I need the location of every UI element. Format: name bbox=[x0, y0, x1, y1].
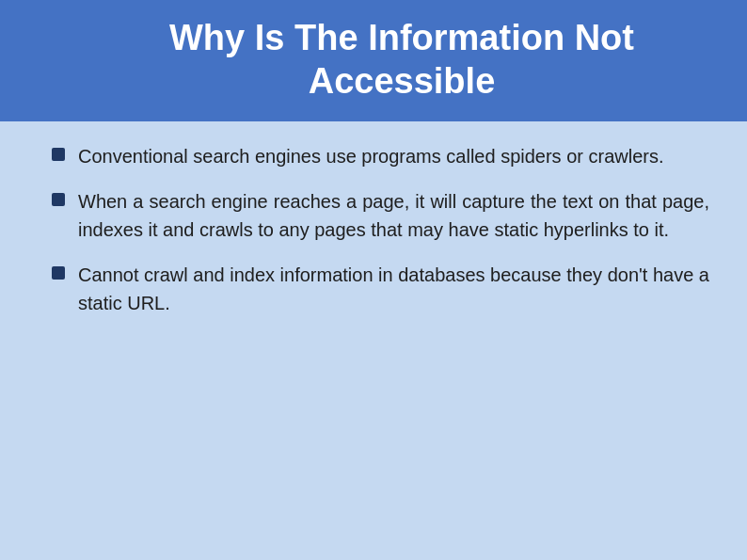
bullet-marker-3 bbox=[52, 266, 65, 280]
slide-title: Why Is The Information Not Accessible bbox=[94, 17, 709, 103]
bullet-text-2: When a search engine reaches a page, it … bbox=[78, 187, 709, 244]
title-bar: Why Is The Information Not Accessible bbox=[0, 0, 747, 121]
bullet-text-1: Conventional search engines use programs… bbox=[78, 142, 709, 170]
bullet-item-1: Conventional search engines use programs… bbox=[52, 142, 709, 170]
slide-container: Why Is The Information Not Accessible Co… bbox=[0, 0, 747, 560]
title-line1: Why Is The Information Not bbox=[169, 18, 634, 57]
bullet-item-2: When a search engine reaches a page, it … bbox=[52, 187, 709, 244]
content-area: Conventional search engines use programs… bbox=[0, 121, 747, 560]
bullet-marker-2 bbox=[52, 193, 65, 206]
bullet-item-3: Cannot crawl and index information in da… bbox=[52, 261, 709, 317]
bullet-marker-1 bbox=[52, 148, 65, 161]
title-line2: Accessible bbox=[309, 61, 496, 101]
bullet-text-3: Cannot crawl and index information in da… bbox=[78, 261, 709, 317]
